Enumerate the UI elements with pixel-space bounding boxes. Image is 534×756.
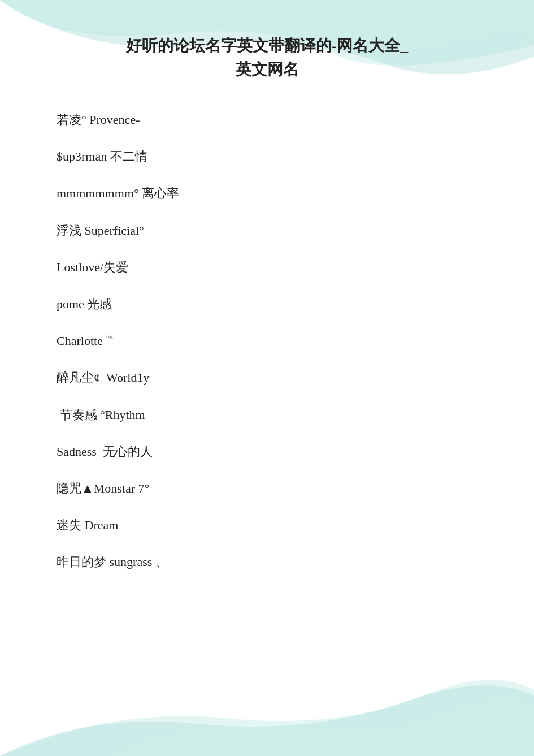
list-item: 浮浅 Superficial° (57, 221, 477, 240)
list-item: $up3rman 不二情 (57, 146, 477, 166)
page-title: 好听的论坛名字英文带翻译的-网名大全_ 英文网名 (57, 34, 477, 81)
list-item: mmmmmmmm° 离心率 (57, 183, 477, 203)
list-item: 醉凡尘¢ World1y (57, 368, 477, 387)
list-item: 若凌° Provence- (57, 110, 477, 129)
list-item: 隐咒▲Monstar 7° (57, 478, 477, 498)
list-item: 节奏感 °Rhythm (57, 405, 477, 425)
list-item: Lostlove/失爱 (57, 257, 477, 277)
list-item: pome 光感 (57, 294, 477, 314)
list-item: 昨日的梦 sungrass 、 (57, 552, 477, 572)
list-item: Sadness 无心的人 (57, 442, 477, 461)
name-list: 若凌° Provence- $up3rman 不二情 mmmmmmmm° 离心率… (57, 110, 477, 572)
list-item: 迷失 Dream (57, 515, 477, 535)
list-item: Charlotte ᵀᴴᴸ (57, 331, 477, 351)
